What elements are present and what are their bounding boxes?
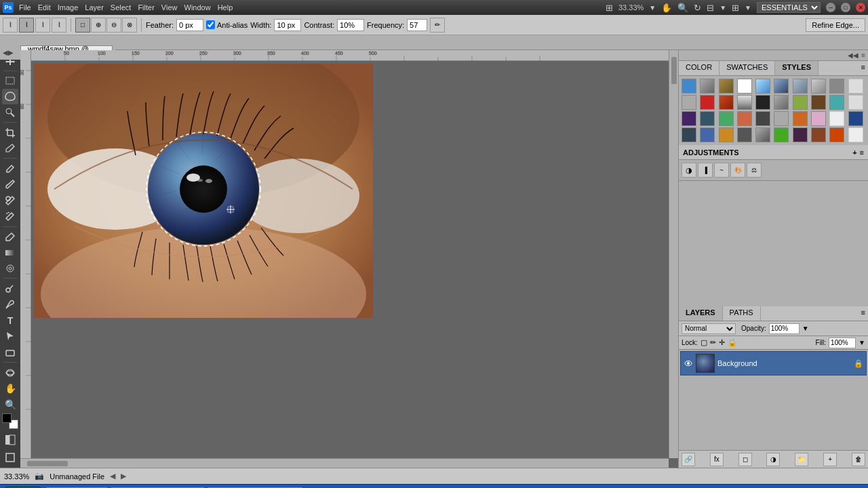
quick-mask-btn[interactable] — [2, 432, 18, 448]
style-swatch-30[interactable] — [848, 111, 863, 126]
style-swatch-32[interactable] — [700, 127, 715, 142]
lock-image-icon[interactable]: ✏ — [710, 338, 716, 347]
add-selection-btn[interactable]: ⊕ — [91, 18, 106, 33]
adjustments-add-icon[interactable]: + — [852, 148, 856, 157]
canvas-scroll-vertical[interactable] — [669, 50, 678, 458]
canvas-area[interactable]: 50 100 150 200 250 300 350 400 450 500 — [20, 50, 678, 468]
contrast-input[interactable] — [337, 19, 364, 31]
tab-color[interactable]: COLOR — [679, 61, 719, 75]
clone-stamp-tool[interactable] — [2, 193, 18, 209]
close-button[interactable]: ✕ — [856, 3, 865, 12]
style-swatch-28[interactable] — [811, 111, 826, 126]
panel-arrow-left[interactable]: ◀▶ — [3, 49, 14, 56]
style-swatch-9[interactable] — [829, 79, 844, 94]
foreground-color-swatch[interactable] — [2, 413, 12, 423]
layer-item-background[interactable]: Background 🔒 — [680, 351, 867, 375]
layer-fx-btn[interactable]: fx — [710, 453, 724, 466]
minimize-button[interactable]: ─ — [826, 3, 835, 12]
status-nav-left[interactable]: ◀ — [110, 472, 115, 481]
panel-collapse-left[interactable]: ◀◀ — [848, 52, 859, 59]
opacity-input[interactable] — [769, 323, 800, 334]
pen-tool[interactable] — [2, 297, 18, 312]
zoom-tool[interactable]: 🔍 — [2, 397, 18, 413]
arrange-dropdown[interactable]: ▼ — [719, 4, 726, 12]
styles-panel-menu[interactable]: ≡ — [859, 61, 868, 75]
style-swatch-29[interactable] — [829, 111, 844, 126]
titlebar-menu-layer[interactable]: Layer — [83, 3, 105, 12]
titlebar-menu-edit[interactable]: Edit — [37, 3, 52, 12]
tab-swatches[interactable]: SWATCHES — [719, 61, 775, 75]
antialias-checkbox[interactable] — [206, 20, 215, 29]
fill-input[interactable] — [829, 338, 856, 348]
layer-adjustment-btn[interactable]: ◑ — [766, 453, 780, 466]
eyedropper-tool[interactable] — [2, 141, 18, 157]
zoom-dropdown[interactable]: ▼ — [649, 4, 656, 12]
panel-menu[interactable]: ≡ — [861, 52, 865, 59]
style-swatch-8[interactable] — [811, 79, 826, 94]
layout-icon[interactable]: ⊞ — [732, 3, 739, 13]
subtract-selection-btn[interactable]: ⊖ — [106, 18, 121, 33]
titlebar-menu-filter[interactable]: Filter — [136, 3, 155, 12]
frequency-input[interactable] — [407, 19, 427, 31]
document-canvas[interactable] — [34, 64, 373, 318]
style-swatch-22[interactable] — [700, 111, 715, 126]
arrange-icon[interactable]: ⊟ — [707, 3, 714, 13]
adj-brightness[interactable]: ◑ — [682, 163, 696, 178]
lasso-tool-btn[interactable]: ⌇ — [3, 18, 18, 33]
hand-tool[interactable]: ✋ — [2, 381, 18, 396]
style-swatch-24[interactable] — [737, 111, 752, 126]
lasso-extra-btn[interactable]: ⌇ — [52, 18, 66, 33]
style-swatch-37[interactable] — [793, 127, 808, 142]
brush-tool[interactable] — [2, 177, 18, 192]
style-swatch-14[interactable] — [737, 95, 752, 110]
style-swatch-11[interactable] — [682, 95, 696, 110]
layer-visibility-toggle[interactable] — [684, 359, 693, 368]
style-swatch-16[interactable] — [774, 95, 789, 110]
style-swatch-4[interactable] — [737, 79, 752, 94]
workspace-select[interactable]: ESSENTIALS — [757, 2, 821, 13]
adjustments-menu-icon[interactable]: ≡ — [860, 148, 864, 157]
status-nav-right[interactable]: ▶ — [121, 472, 126, 481]
new-selection-btn[interactable]: □ — [75, 18, 90, 33]
style-swatch-10[interactable] — [848, 79, 863, 94]
antialias-checkbox-label[interactable]: Anti-alias — [206, 20, 248, 29]
hand-icon[interactable]: ✋ — [661, 3, 672, 13]
adj-curves[interactable]: ~ — [714, 163, 729, 178]
style-swatch-18[interactable] — [811, 95, 826, 110]
style-swatch-33[interactable] — [719, 127, 734, 142]
status-camera-icon[interactable]: 📷 — [35, 472, 44, 481]
history-brush-tool[interactable] — [2, 209, 18, 224]
intersect-selection-btn[interactable]: ⊗ — [122, 18, 137, 33]
style-swatch-25[interactable] — [755, 111, 770, 126]
refine-edge-button[interactable]: Refine Edge... — [806, 18, 865, 32]
style-swatch-5[interactable] — [755, 79, 770, 94]
layer-new-btn[interactable]: + — [823, 453, 837, 466]
style-swatch-1[interactable] — [682, 79, 696, 94]
style-swatch-3[interactable] — [719, 79, 734, 94]
style-swatch-21[interactable] — [682, 111, 696, 126]
3d-tool[interactable] — [2, 365, 18, 380]
style-swatch-39[interactable] — [829, 127, 844, 142]
magnetic-lasso-btn[interactable]: ⌇ — [19, 18, 34, 33]
style-swatch-7[interactable] — [793, 79, 808, 94]
style-swatch-38[interactable] — [811, 127, 826, 142]
style-swatch-12[interactable] — [700, 95, 715, 110]
style-swatch-40[interactable] — [848, 127, 863, 142]
rotate-icon[interactable]: ↻ — [694, 3, 701, 13]
type-tool[interactable]: T — [2, 313, 18, 329]
zoom-tool-icon[interactable]: 🔍 — [677, 3, 688, 13]
adj-colorbalance[interactable]: ⚖ — [747, 163, 762, 178]
quick-selection-tool[interactable] — [2, 105, 18, 121]
polygonal-lasso-btn[interactable]: ⌇ — [35, 18, 50, 33]
layer-mask-btn[interactable]: ◻ — [738, 453, 752, 466]
lock-all-icon[interactable]: 🔒 — [728, 338, 737, 347]
width-input[interactable] — [274, 19, 301, 31]
blend-mode-select[interactable]: Normal — [682, 323, 736, 334]
titlebar-menu-view[interactable]: View — [160, 3, 179, 12]
lock-position-icon[interactable]: ✛ — [719, 338, 725, 347]
style-swatch-31[interactable] — [682, 127, 696, 142]
style-swatch-6[interactable] — [774, 79, 789, 94]
titlebar-menu-file[interactable]: File — [18, 3, 33, 12]
tab-styles[interactable]: STYLES — [775, 61, 818, 75]
layer-group-btn[interactable]: 📁 — [795, 453, 808, 466]
